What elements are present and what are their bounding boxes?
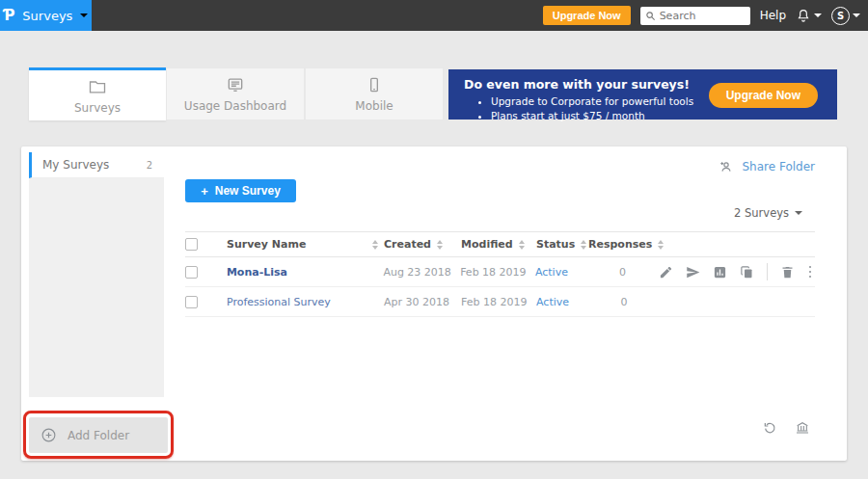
distribute-icon[interactable] xyxy=(686,265,700,279)
upgrade-banner: Do even more with your surveys! Upgrade … xyxy=(448,69,837,120)
delete-icon[interactable] xyxy=(780,265,795,279)
tab-surveys[interactable]: Surveys xyxy=(29,67,166,120)
panel-utility-icons xyxy=(762,420,810,436)
product-menu[interactable]: Ƥ Surveys xyxy=(0,0,92,31)
notifications-menu[interactable] xyxy=(796,8,822,23)
share-folder-label: Share Folder xyxy=(742,160,815,173)
responses-count: 0 xyxy=(621,296,628,308)
tab-usage-dashboard[interactable]: Usage Dashboard xyxy=(166,67,305,120)
avatar: S xyxy=(831,7,850,25)
modified-date: Feb 18 2019 xyxy=(461,296,527,308)
sidebar-item-my-surveys[interactable]: My Surveys 2 xyxy=(29,152,164,178)
account-menu[interactable]: S xyxy=(831,7,860,25)
dashboard-icon xyxy=(226,75,245,94)
add-folder-label: Add Folder xyxy=(68,429,129,442)
share-person-icon xyxy=(719,159,734,174)
surveys-panel: My Surveys 2 Add Folder Share Folder + N… xyxy=(21,146,847,461)
new-survey-button[interactable]: + New Survey xyxy=(185,179,296,202)
copy-icon[interactable] xyxy=(740,265,754,279)
sort-icon[interactable] xyxy=(658,240,664,250)
tab-label: Mobile xyxy=(355,99,393,113)
sort-icon[interactable] xyxy=(519,240,525,250)
my-surveys-label: My Surveys xyxy=(42,158,109,172)
row-checkbox[interactable] xyxy=(185,266,198,279)
table-row: Professional Survey Apr 30 2018 Feb 18 2… xyxy=(185,287,815,317)
app-logo-icon: Ƥ xyxy=(4,9,15,23)
upgrade-now-button[interactable]: Upgrade Now xyxy=(543,6,631,25)
select-all-checkbox[interactable] xyxy=(185,238,198,251)
created-date: Apr 30 2018 xyxy=(384,296,449,308)
created-date: Aug 23 2018 xyxy=(383,266,450,279)
navbar-right-cluster: Upgrade Now Help S xyxy=(543,0,860,31)
header-survey-name: Survey Name xyxy=(227,238,306,251)
header-responses: Responses xyxy=(588,238,652,251)
row-checkbox[interactable] xyxy=(185,296,198,308)
report-icon[interactable] xyxy=(713,265,727,279)
header-modified: Modified xyxy=(461,238,513,251)
folder-icon xyxy=(88,77,107,96)
edit-icon[interactable] xyxy=(659,265,673,279)
surveys-count-dropdown[interactable]: 2 Surveys xyxy=(734,206,802,220)
status-link[interactable]: Active xyxy=(536,296,569,308)
tab-label: Surveys xyxy=(74,101,121,115)
sort-icon[interactable] xyxy=(437,240,443,250)
share-folder-button[interactable]: Share Folder xyxy=(719,159,815,174)
folder-list-background xyxy=(29,178,164,397)
status-link[interactable]: Active xyxy=(535,266,568,279)
plus-circle-icon xyxy=(41,427,57,443)
help-link[interactable]: Help xyxy=(760,9,786,22)
table-row: Mona-Lisa Aug 23 2018 Feb 18 2019 Active… xyxy=(185,257,815,287)
bell-icon xyxy=(796,8,811,23)
surveys-table: Survey Name Created Modified Status Resp… xyxy=(185,231,815,317)
header-created: Created xyxy=(384,238,431,251)
plus-icon: + xyxy=(201,184,208,199)
divider xyxy=(767,263,768,280)
product-menu-label: Surveys xyxy=(22,9,72,23)
survey-name-link[interactable]: Professional Survey xyxy=(227,296,331,308)
tab-label: Usage Dashboard xyxy=(184,99,286,113)
banner-upgrade-button[interactable]: Upgrade Now xyxy=(709,83,818,108)
responses-count: 0 xyxy=(619,266,626,279)
add-folder-button[interactable]: Add Folder xyxy=(29,417,168,453)
header-status: Status xyxy=(536,238,575,251)
surveys-count-label: 2 Surveys xyxy=(734,206,789,220)
banner-bullet: Plans start at just $75 / month xyxy=(491,109,837,123)
sort-icon[interactable] xyxy=(581,240,586,250)
top-navbar: Ƥ Surveys Upgrade Now Help S xyxy=(0,0,868,31)
mobile-icon xyxy=(365,75,384,94)
search-box[interactable] xyxy=(640,7,750,25)
sort-icon[interactable] xyxy=(372,240,378,250)
chevron-down-icon xyxy=(814,13,822,17)
tab-mobile[interactable]: Mobile xyxy=(305,67,444,120)
chevron-down-icon xyxy=(853,13,860,17)
search-icon xyxy=(645,11,656,21)
my-surveys-count: 2 xyxy=(147,160,152,171)
restore-icon[interactable] xyxy=(762,420,777,436)
archive-bin-icon[interactable] xyxy=(795,420,810,436)
chevron-down-icon xyxy=(80,13,88,17)
table-header-row: Survey Name Created Modified Status Resp… xyxy=(185,231,815,257)
new-survey-label: New Survey xyxy=(215,184,281,198)
module-tabs: Surveys Usage Dashboard Mobile xyxy=(29,67,444,120)
modified-date: Feb 18 2019 xyxy=(460,266,526,279)
chevron-down-icon xyxy=(795,211,802,215)
more-icon[interactable] xyxy=(807,264,814,280)
survey-name-link[interactable]: Mona-Lisa xyxy=(227,266,287,279)
search-input[interactable] xyxy=(660,10,741,22)
